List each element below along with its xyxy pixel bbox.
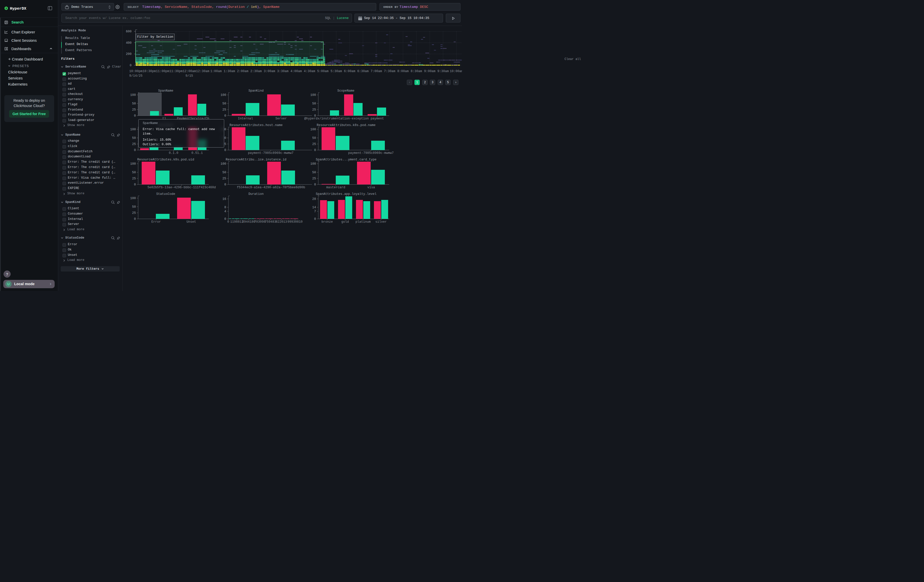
svg-text:0: 0	[314, 218, 316, 221]
svg-text:ScopeName: ScopeName	[337, 89, 355, 92]
svg-text:payment-7985c8969c-mwmw7: payment-7985c8969c-mwmw7	[348, 151, 394, 155]
svg-text:50: 50	[312, 171, 316, 174]
svg-text:3:00am: 3:00am	[264, 69, 275, 73]
svg-text:@hyperdx/instrumentation-excep: @hyperdx/instrumentation-exception	[304, 117, 369, 120]
svg-text:gold: gold	[341, 220, 349, 224]
svg-text:25: 25	[312, 108, 316, 112]
svg-text:25: 25	[223, 177, 226, 180]
svg-text:Server: Server	[275, 117, 287, 120]
svg-text:2:00am: 2:00am	[237, 69, 248, 73]
svg-text:100: 100	[310, 162, 316, 166]
svg-text:ResourceAttributes.host.name: ResourceAttributes.host.name	[229, 124, 283, 127]
svg-text:SpanAttributes.app.loyalty.lev: SpanAttributes.app.loyalty.level	[316, 192, 376, 196]
svg-text:ResourceAttribu..ice.instance.: ResourceAttribu..ice.instance.id	[226, 158, 286, 162]
svg-text:11:30pm: 11:30pm	[169, 69, 183, 73]
svg-text:payment-7985c8969c-mwmw7: payment-7985c8969c-mwmw7	[248, 151, 294, 155]
svg-text:SpanKind: SpanKind	[248, 89, 264, 92]
svg-text:0: 0	[134, 114, 136, 118]
svg-text:7:00am: 7:00am	[371, 69, 382, 73]
svg-text:0.51.1: 0.51.1	[191, 151, 203, 155]
svg-text:0.1.0: 0.1.0	[169, 151, 178, 155]
svg-text:9:00am: 9:00am	[424, 69, 436, 73]
svg-text:0: 0	[130, 64, 132, 67]
svg-text:100: 100	[220, 162, 226, 166]
svg-text:2944180: 2944180	[242, 220, 256, 224]
svg-text:8:30am: 8:30am	[411, 69, 422, 73]
svg-text:25: 25	[312, 142, 316, 146]
svg-text:50: 50	[223, 171, 226, 174]
svg-text:0: 0	[224, 218, 226, 221]
svg-text:0: 0	[134, 218, 136, 221]
svg-text:100: 100	[130, 162, 136, 166]
svg-text:6:30am: 6:30am	[357, 69, 369, 73]
svg-text:Error: Error	[151, 220, 161, 224]
svg-text:28: 28	[312, 197, 316, 201]
svg-text:7: 7	[314, 210, 316, 213]
svg-text:payment: payment	[371, 117, 384, 120]
svg-text:600: 600	[126, 30, 132, 33]
svg-text:10:30pm: 10:30pm	[143, 69, 156, 73]
svg-text:ResourceAttributes.k8s.pod.nam: ResourceAttributes.k8s.pod.name	[317, 124, 376, 127]
svg-text:0: 0	[314, 183, 316, 186]
svg-text:50: 50	[223, 102, 226, 106]
svg-text:0: 0	[134, 148, 136, 152]
svg-text:5e02b5fb-13ae-4296-bbbc-111f42: 5e02b5fb-13ae-4296-bbbc-111f423c460d	[147, 186, 216, 189]
svg-text:10:00pm: 10:00pm	[129, 69, 143, 73]
svg-text:12:30am: 12:30am	[196, 69, 210, 73]
svg-text:14: 14	[312, 206, 316, 209]
svg-text:50: 50	[132, 205, 136, 209]
svg-text:Duration: Duration	[248, 192, 264, 196]
svg-text:25: 25	[132, 108, 136, 112]
svg-text:Unset: Unset	[186, 220, 196, 224]
svg-text:50: 50	[312, 137, 316, 140]
svg-text:5:00am: 5:00am	[317, 69, 329, 73]
svg-text:0: 0	[227, 220, 229, 224]
svg-text:16: 16	[223, 197, 226, 201]
svg-text:0: 0	[134, 183, 136, 186]
svg-text:50: 50	[132, 102, 136, 106]
svg-text:10:00am: 10:00am	[450, 69, 462, 73]
svg-text:50: 50	[132, 171, 136, 174]
svg-text:0: 0	[224, 148, 226, 152]
svg-text:visa: visa	[367, 186, 375, 189]
svg-text:mastercard: mastercard	[326, 186, 345, 189]
svg-text:12:00am: 12:00am	[183, 69, 196, 73]
svg-text:25: 25	[132, 211, 136, 215]
svg-text:8:00am: 8:00am	[397, 69, 409, 73]
svg-text:11:00pm: 11:00pm	[156, 69, 169, 73]
svg-text:SpanAttributes...yment.card_ty: SpanAttributes...yment.card_type	[316, 158, 376, 162]
svg-text:f5344ec9-a1ea-4290-a62a-78f5be: f5344ec9-a1ea-4290-a62a-78f5bee8d90b	[237, 186, 305, 189]
svg-text:100: 100	[130, 93, 136, 97]
svg-text:25: 25	[312, 177, 316, 180]
svg-text:25: 25	[132, 177, 136, 180]
svg-text:822013: 822013	[276, 220, 287, 224]
svg-text:4:00am: 4:00am	[290, 69, 302, 73]
svg-text:0: 0	[224, 114, 226, 118]
svg-text:703098: 703098	[254, 220, 266, 224]
svg-text:50: 50	[132, 137, 136, 140]
svg-text:25: 25	[132, 142, 136, 146]
svg-text:9/15: 9/15	[185, 74, 193, 77]
svg-text:Internal: Internal	[238, 117, 253, 120]
svg-text:100: 100	[310, 128, 316, 131]
svg-text:bronze: bronze	[321, 220, 333, 224]
svg-text:99930810: 99930810	[287, 220, 303, 224]
svg-text:silver: silver	[375, 220, 387, 224]
svg-text:0: 0	[314, 148, 316, 152]
svg-text:4:30am: 4:30am	[304, 69, 315, 73]
svg-text:100: 100	[130, 196, 136, 200]
svg-text:2:30am: 2:30am	[251, 69, 262, 73]
svg-text:SpanName: SpanName	[158, 89, 173, 92]
svg-text:9:30am: 9:30am	[437, 69, 449, 73]
svg-text:1198813: 1198813	[230, 220, 244, 224]
svg-text:9/14/25: 9/14/25	[129, 74, 143, 77]
svg-text:6:00am: 6:00am	[344, 69, 355, 73]
svg-text:StatusCode: StatusCode	[156, 192, 175, 196]
svg-text:5:30am: 5:30am	[330, 69, 342, 73]
svg-text:100: 100	[130, 128, 136, 131]
svg-text:400: 400	[126, 41, 132, 45]
svg-text:platinum: platinum	[355, 220, 371, 224]
svg-text:25: 25	[223, 108, 226, 112]
svg-text:200: 200	[126, 53, 132, 56]
svg-text:50: 50	[312, 102, 316, 106]
